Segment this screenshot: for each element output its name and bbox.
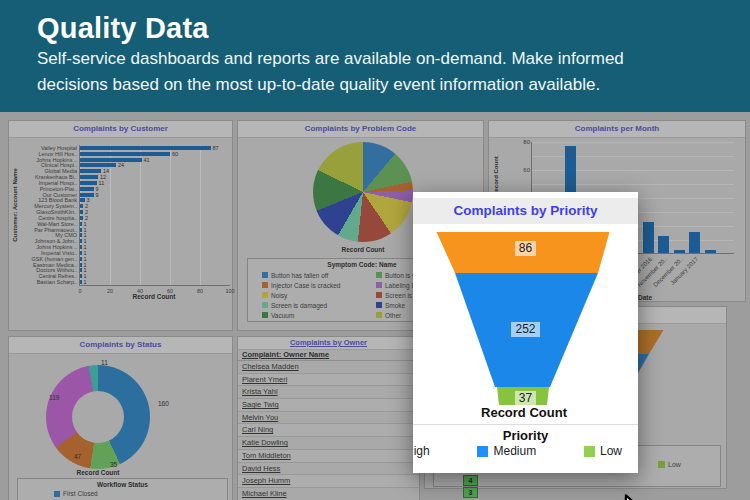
legend-label: High — [413, 444, 430, 458]
table-row[interactable]: Chelsea Madden — [238, 361, 419, 374]
legend-swatch — [376, 302, 382, 308]
table-row[interactable]: Tom Middleton — [238, 450, 419, 463]
customer-chart[interactable]: Customer: Account Name Valley Hospital87… — [9, 138, 232, 331]
status-chart[interactable]: Record Count Workflow Status First Close… — [9, 354, 232, 500]
bar[interactable] — [658, 236, 669, 253]
page-title: Quality Data — [0, 0, 750, 45]
bar[interactable] — [80, 216, 83, 220]
owner-name-link[interactable]: Sagie Twig — [242, 400, 279, 409]
owner-name-link[interactable]: Tom Middleton — [242, 451, 291, 460]
panel-title-customer: Complaints by Customer — [9, 121, 232, 138]
problem-code-pie-chart[interactable] — [313, 142, 413, 242]
bar[interactable] — [674, 250, 685, 253]
owner-name-link[interactable]: Krista Yahl — [242, 387, 278, 396]
bar[interactable] — [80, 175, 98, 179]
popup-legend-title: Priority — [413, 428, 638, 443]
owner-name-link[interactable]: David Hess — [242, 464, 280, 473]
bar[interactable] — [80, 169, 101, 173]
legend-item: First Closed — [54, 489, 227, 498]
bar[interactable] — [80, 222, 82, 226]
status-donut-chart[interactable] — [46, 365, 150, 469]
panel-title-problem-code: Complaints by Problem Code — [238, 121, 483, 138]
table-row[interactable]: David Hess — [238, 463, 419, 476]
bar[interactable] — [689, 232, 700, 253]
owner-name-link[interactable]: Joseph Humm — [242, 476, 290, 485]
customer-plot-area[interactable]: Valley Hospital87Lenox Hill Hos..60Johns… — [79, 145, 230, 286]
bar[interactable] — [643, 222, 654, 253]
legend-swatch — [584, 446, 595, 457]
value-label: 47 — [74, 453, 81, 460]
legend-label: Button has fallen off — [271, 272, 328, 279]
owner-name-link[interactable]: Carl Ning — [242, 425, 273, 434]
value-label: 24 — [118, 162, 124, 168]
status-legend-items: First ClosedInvestigation Complete - Pen… — [18, 488, 227, 500]
table-row[interactable]: Michael Kline — [238, 488, 419, 500]
table-row[interactable]: Plarent Ymeri — [238, 374, 419, 387]
bar[interactable] — [80, 204, 83, 208]
table-row[interactable]: Joseph Humm — [238, 475, 419, 488]
table-row[interactable]: Melvin You — [238, 412, 419, 425]
bar[interactable] — [80, 163, 116, 167]
bar[interactable] — [80, 263, 82, 267]
bar[interactable] — [80, 187, 94, 191]
bar[interactable] — [80, 152, 170, 156]
table-row[interactable]: Sagie Twig — [238, 399, 419, 412]
popup-legend-item: Medium — [477, 444, 536, 458]
bar[interactable] — [80, 257, 82, 261]
bar[interactable] — [80, 146, 211, 150]
table-row[interactable]: Carl Ning — [238, 424, 419, 437]
bar[interactable] — [80, 251, 82, 255]
hidden-count-chip: 3 — [463, 487, 478, 498]
popup-x-axis-label: Record Count — [413, 405, 635, 420]
legend-item: Screen is damaged — [262, 300, 376, 310]
bar[interactable] — [80, 239, 82, 243]
owner-column-header[interactable]: Complaint: Owner Name — [238, 350, 419, 361]
panel-complaints-by-status: Complaints by Status Record Count Workfl… — [8, 336, 233, 500]
value-label: 35 — [110, 461, 117, 468]
legend-label: Injector Case is cracked — [271, 282, 340, 289]
legend-label: Low — [600, 444, 622, 458]
bar[interactable] — [80, 158, 142, 162]
bar[interactable] — [80, 245, 82, 249]
owner-name-link[interactable]: Michael Kline — [242, 489, 287, 498]
owner-name-link[interactable]: Chelsea Madden — [242, 362, 299, 371]
axis-tick: 60 — [517, 167, 530, 173]
bar[interactable] — [80, 274, 82, 278]
legend-item: Vacuum — [262, 310, 376, 320]
legend-label: First Closed — [63, 490, 98, 497]
table-row[interactable]: Krista Yahl — [238, 386, 419, 399]
funnel-value-high: 86 — [413, 238, 638, 256]
owner-name-link[interactable]: Melvin You — [242, 413, 278, 422]
panel-title-per-month: Complaints per Month — [489, 121, 745, 138]
funnel-value-medium: 252 — [413, 319, 638, 337]
owner-name-link[interactable]: Plarent Ymeri — [242, 375, 287, 384]
legend-item: Injector Case is cracked — [262, 280, 376, 290]
legend-swatch — [376, 292, 382, 298]
bar[interactable] — [80, 280, 82, 284]
legend-label: Other — [385, 312, 401, 319]
popup-legend-item: High — [413, 444, 430, 458]
customer-x-axis-label: Record Count — [79, 293, 229, 300]
bar[interactable] — [80, 228, 82, 232]
bar[interactable] — [80, 210, 83, 214]
legend-swatch — [54, 491, 60, 497]
status-x-axis-label: Record Count — [9, 469, 187, 476]
value-label: 41 — [144, 157, 150, 163]
bar[interactable] — [80, 193, 94, 197]
bar[interactable] — [705, 250, 716, 253]
popup-divider — [413, 424, 638, 425]
legend-label: Noisy — [271, 292, 287, 299]
value-label: 87 — [213, 145, 219, 151]
bar[interactable] — [80, 268, 82, 272]
legend-label: Low — [668, 461, 681, 468]
bar[interactable] — [80, 181, 97, 185]
panel-title-owner-link[interactable]: Complaints by Owner — [238, 337, 419, 350]
legend-swatch — [262, 312, 268, 318]
hero-banner: Quality Data Self-service dashboards and… — [0, 0, 750, 112]
legend-swatch — [376, 272, 382, 278]
table-row[interactable]: Katie Dowling — [238, 437, 419, 450]
owner-name-link[interactable]: Katie Dowling — [242, 438, 288, 447]
legend-label: Smoke — [385, 302, 405, 309]
bar[interactable] — [80, 233, 82, 237]
bar[interactable] — [80, 198, 85, 202]
